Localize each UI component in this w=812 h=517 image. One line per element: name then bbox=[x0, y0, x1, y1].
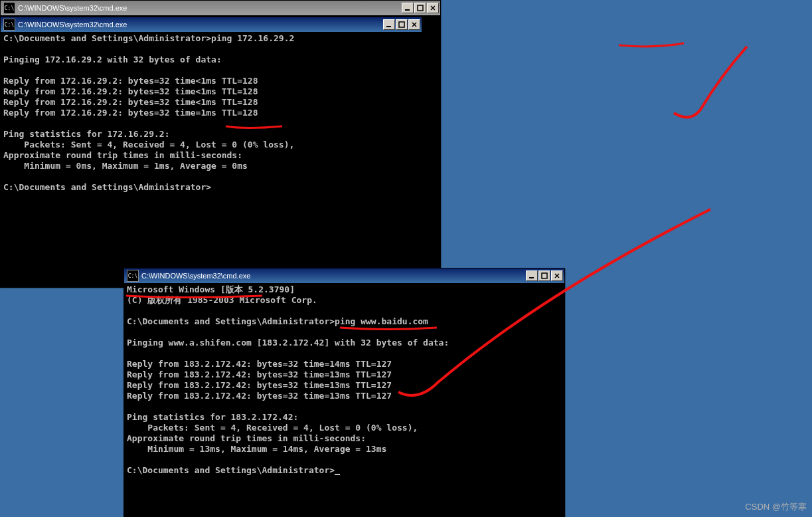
cmd-icon: C:\ bbox=[3, 19, 15, 31]
window-title: C:\WINDOWS\system32\cmd.exe bbox=[18, 21, 383, 29]
svg-rect-5 bbox=[542, 273, 547, 278]
cmd-icon: C:\ bbox=[3, 2, 15, 14]
maximize-button[interactable] bbox=[538, 270, 550, 281]
svg-rect-0 bbox=[405, 9, 410, 11]
close-button[interactable] bbox=[427, 3, 439, 13]
window-title: C:\WINDOWS\system32\cmd.exe bbox=[141, 272, 526, 280]
cmd-icon: C:\ bbox=[127, 270, 139, 282]
svg-rect-2 bbox=[386, 26, 391, 27]
window-controls bbox=[526, 270, 563, 281]
window-title: C:\WINDOWS\system32\cmd.exe bbox=[18, 4, 402, 12]
titlebar[interactable]: C:\ C:\WINDOWS\system32\cmd.exe bbox=[124, 268, 564, 283]
titlebar[interactable]: C:\ C:\WINDOWS\system32\cmd.exe bbox=[1, 17, 422, 32]
svg-rect-3 bbox=[399, 22, 404, 27]
maximize-button[interactable] bbox=[414, 3, 426, 13]
cmd-window-ping-ip[interactable]: C:\ C:\WINDOWS\system32\cmd.exe C:\Docum… bbox=[0, 17, 422, 288]
minimize-button[interactable] bbox=[383, 19, 395, 30]
maximize-button[interactable] bbox=[396, 19, 408, 30]
watermark: CSDN @竹等寒 bbox=[745, 501, 807, 513]
window-controls bbox=[383, 19, 420, 30]
terminal-output[interactable]: C:\Documents and Settings\Administrator>… bbox=[1, 32, 422, 287]
window-controls bbox=[402, 3, 439, 13]
cursor bbox=[335, 474, 340, 475]
svg-rect-4 bbox=[529, 277, 534, 278]
close-button[interactable] bbox=[551, 270, 563, 281]
close-button[interactable] bbox=[408, 19, 420, 30]
terminal-output[interactable]: Microsoft Windows [版本 5.2.3790] (C) 版权所有… bbox=[124, 283, 564, 517]
svg-rect-1 bbox=[418, 5, 423, 11]
cmd-window-ping-baidu[interactable]: C:\ C:\WINDOWS\system32\cmd.exe Microsof… bbox=[123, 268, 565, 517]
minimize-button[interactable] bbox=[526, 270, 538, 281]
titlebar[interactable]: C:\ C:\WINDOWS\system32\cmd.exe bbox=[1, 1, 440, 15]
minimize-button[interactable] bbox=[402, 3, 414, 13]
